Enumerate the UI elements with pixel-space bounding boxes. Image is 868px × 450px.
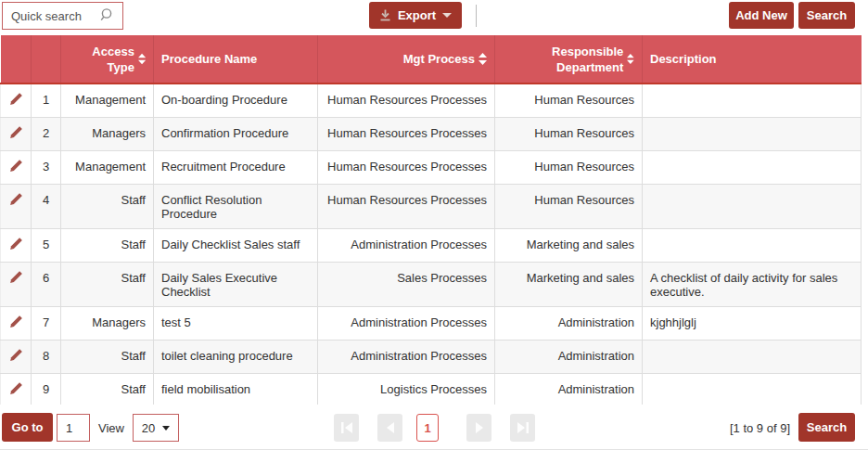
row-number: 4 [32, 184, 61, 228]
cell-access-type: Staff [61, 262, 154, 306]
cell-procedure-name: Recruitment Procedure [154, 150, 318, 184]
edit-button[interactable] [1, 150, 32, 184]
search-button-bottom[interactable]: Search [798, 413, 855, 442]
cell-mgt-process: Human Resources Processes [318, 184, 495, 228]
table-row: 1 Management On-boarding Procedure Human… [1, 84, 862, 117]
toolbar-separator [476, 5, 477, 27]
cell-procedure-name: Daily Sales Executive Checklist [154, 262, 318, 306]
cell-mgt-process: Administration Processes [318, 306, 495, 340]
edit-button[interactable] [1, 184, 32, 228]
row-number: 3 [32, 150, 61, 184]
cell-description [643, 117, 862, 150]
search-button-top[interactable]: Search [798, 2, 855, 29]
cell-access-type: Managers [61, 117, 154, 150]
record-range-text: [1 to 9 of 9] [730, 421, 790, 435]
cell-mgt-process: Administration Processes [318, 228, 495, 262]
add-new-button[interactable]: Add New [729, 2, 794, 29]
prev-page-icon [386, 422, 395, 433]
cell-mgt-process: Logistics Processes [318, 373, 495, 406]
header-access-type[interactable]: Access Type [61, 35, 154, 84]
table-body: 1 Management On-boarding Procedure Human… [1, 84, 862, 406]
first-page-icon [340, 422, 353, 433]
procedures-table: Access Type Procedure Name Mgt Process [0, 35, 862, 407]
export-label: Export [398, 8, 436, 22]
cell-description [643, 150, 862, 184]
cell-procedure-name: toilet cleaning procedure [154, 340, 318, 373]
prev-page-button[interactable] [377, 414, 402, 442]
pager: 1 [334, 414, 535, 442]
edit-button[interactable] [1, 228, 32, 262]
header-description: Description [643, 35, 862, 84]
quick-search-input[interactable] [2, 2, 123, 30]
header-edit-column [1, 35, 32, 84]
next-page-button[interactable] [466, 414, 491, 442]
header-rownum-column [32, 35, 61, 84]
cell-access-type: Staff [61, 340, 154, 373]
cell-access-type: Staff [61, 373, 154, 406]
page-size-value: 20 [142, 421, 155, 435]
cell-responsible-department: Marketing and sales [495, 262, 643, 306]
cell-responsible-department: Administration [495, 373, 643, 406]
row-number: 5 [32, 228, 61, 262]
first-page-button[interactable] [334, 414, 359, 442]
edit-button[interactable] [1, 117, 32, 150]
table-row: 7 Managers test 5 Administration Process… [1, 306, 862, 340]
next-page-icon [475, 422, 484, 433]
page-size-select[interactable]: 20 [133, 414, 179, 442]
cell-procedure-name: test 5 [154, 306, 318, 340]
header-mgt-process-label: Mgt Process [403, 51, 475, 67]
cell-access-type: Staff [61, 184, 154, 228]
header-procedure-name-label: Procedure Name [161, 51, 257, 67]
toolbar: Export Add New Search [0, 0, 868, 35]
cell-procedure-name: Conflict Resolution Procedure [154, 184, 318, 228]
pencil-icon [9, 92, 23, 106]
header-description-label: Description [650, 51, 717, 67]
cell-responsible-department: Human Resources [495, 150, 643, 184]
header-responsible-department[interactable]: Responsible Department [495, 35, 643, 84]
table-row: 8 Staff toilet cleaning procedure Admini… [1, 340, 862, 373]
row-number: 8 [32, 340, 61, 373]
header-procedure-name: Procedure Name [154, 35, 318, 84]
cell-responsible-department: Administration [495, 306, 643, 340]
cell-access-type: Managers [61, 306, 154, 340]
cell-mgt-process: Administration Processes [318, 340, 495, 373]
header-mgt-process[interactable]: Mgt Process [318, 35, 495, 84]
row-number: 7 [32, 306, 61, 340]
page-number-input[interactable] [57, 414, 90, 442]
cell-responsible-department: Marketing and sales [495, 228, 643, 262]
cell-responsible-department: Human Resources [495, 84, 643, 117]
cell-procedure-name: Confirmation Procedure [154, 117, 318, 150]
table-row: 5 Staff Daily Checklist Sales staff Admi… [1, 228, 862, 262]
cell-description [643, 373, 862, 406]
procedures-page: Export Add New Search Access Type [0, 0, 868, 450]
edit-button[interactable] [1, 306, 32, 340]
export-button[interactable]: Export [369, 2, 462, 29]
pencil-icon [9, 381, 23, 395]
edit-button[interactable] [1, 373, 32, 406]
go-to-button[interactable]: Go to [2, 413, 53, 442]
cell-access-type: Management [61, 84, 154, 117]
sort-icon [479, 53, 487, 65]
cell-description [643, 84, 862, 117]
cell-description: kjghhjlglj [643, 306, 862, 340]
last-page-button[interactable] [510, 414, 535, 442]
row-number: 2 [32, 117, 61, 150]
pencil-icon [9, 237, 23, 251]
pagination-bar: Go to View 20 1 [0, 405, 868, 450]
cell-description [643, 340, 862, 373]
cell-description [643, 228, 862, 262]
sort-icon [138, 53, 146, 65]
pencil-icon [9, 192, 23, 206]
cell-description: A checklist of daily activity for sales … [643, 262, 862, 306]
edit-button[interactable] [1, 340, 32, 373]
sort-icon [627, 53, 634, 65]
edit-button[interactable] [1, 84, 32, 117]
table-row: 3 Management Recruitment Procedure Human… [1, 150, 862, 184]
cell-responsible-department: Administration [495, 340, 643, 373]
table-row: 6 Staff Daily Sales Executive Checklist … [1, 262, 862, 306]
header-access-type-label: Access Type [69, 44, 134, 75]
cell-mgt-process: Sales Processes [318, 262, 495, 306]
edit-button[interactable] [1, 262, 32, 306]
chevron-down-icon [442, 13, 452, 18]
table-row: 2 Managers Confirmation Procedure Human … [1, 117, 862, 150]
